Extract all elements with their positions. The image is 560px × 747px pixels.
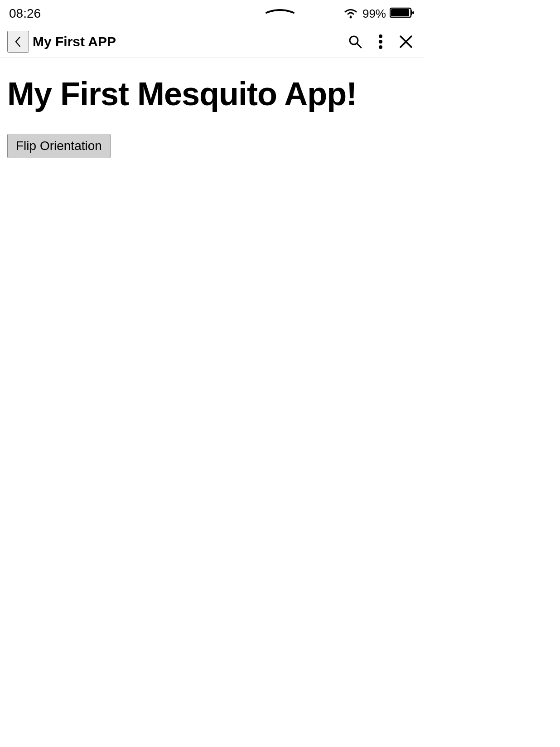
search-button[interactable] <box>344 31 366 53</box>
wifi-icon <box>343 6 359 21</box>
flip-orientation-button[interactable]: Flip Orientation <box>7 134 111 158</box>
nav-title: My First APP <box>33 34 344 49</box>
svg-rect-2 <box>391 9 409 16</box>
status-icons: 99% <box>343 6 415 21</box>
svg-rect-3 <box>412 11 414 14</box>
status-handle <box>262 6 298 15</box>
back-button[interactable] <box>7 31 29 53</box>
nav-actions <box>344 31 417 53</box>
svg-point-7 <box>379 45 382 49</box>
main-content: My First Mesquito App! Flip Orientation <box>0 58 424 169</box>
status-bar: 08:26 99% <box>0 0 424 25</box>
more-options-button[interactable] <box>370 31 391 53</box>
close-button[interactable] <box>395 31 417 53</box>
svg-point-5 <box>379 34 382 38</box>
battery-icon <box>390 6 415 21</box>
status-time: 08:26 <box>9 6 41 21</box>
battery-percent: 99% <box>362 7 386 21</box>
svg-point-6 <box>379 40 382 44</box>
page-heading: My First Mesquito App! <box>7 76 417 112</box>
nav-bar: My First APP <box>0 25 424 58</box>
svg-point-0 <box>349 16 352 19</box>
